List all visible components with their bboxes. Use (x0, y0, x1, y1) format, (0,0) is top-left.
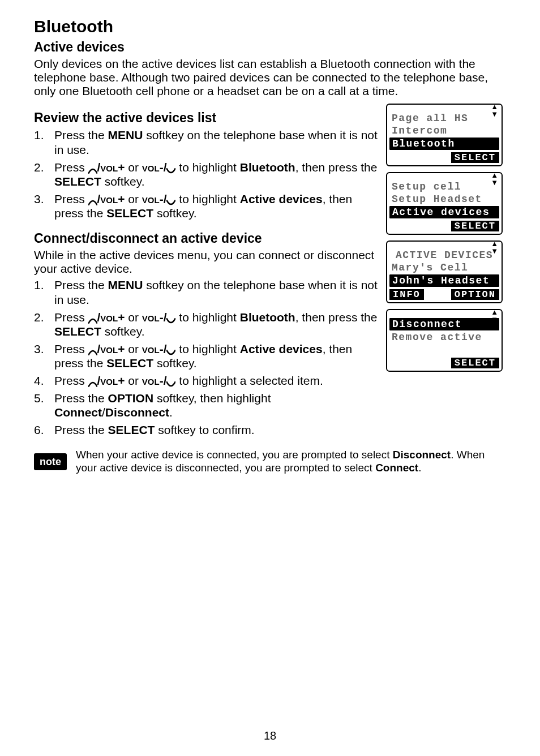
lcd-softkey-select: SELECT (451, 152, 499, 163)
text: Press (54, 311, 88, 324)
lcd-title: ACTIVE DEVICES (389, 250, 499, 261)
lcd-screen-4: ▲▼ Disconnect Remove active SELECT (386, 309, 503, 372)
disconnect-label: Disconnect (393, 449, 451, 461)
vol-up-label: /vol+ (97, 374, 125, 387)
text: or (125, 161, 142, 174)
option-label: OPTION (108, 392, 154, 405)
select-label: SELECT (106, 207, 153, 220)
select-label: SELECT (54, 325, 101, 338)
disconnect-label: Disconnect (105, 406, 169, 419)
arrow-down-icon (166, 162, 175, 174)
text: Press the (54, 278, 108, 291)
text: Press (54, 342, 88, 355)
text: , then press the (295, 161, 378, 174)
text: , then press the (295, 311, 378, 324)
lcd-line-selected: John's Headset (389, 274, 499, 287)
text: softkey. (101, 325, 145, 338)
text: to highlight (175, 192, 239, 205)
lcd-softkey-option: OPTION (451, 289, 499, 300)
lcd-screen-2: ▲▼ Setup cell Setup Headset Active devic… (386, 172, 503, 235)
arrow-up-icon (88, 376, 97, 388)
text: . (418, 462, 421, 474)
vol-up-label: /vol+ (97, 311, 125, 324)
text: softkey. (153, 207, 197, 220)
heading-connect: Connect/disconnect an active device (34, 231, 378, 246)
connect-steps-list: Press the MENU softkey on the telephone … (34, 278, 378, 437)
select-label: SELECT (106, 356, 153, 370)
vol-down-label: vol-/ (142, 161, 167, 174)
lcd-softkey-info: INFO (389, 289, 424, 300)
lcd-line: Setup Headset (389, 194, 499, 205)
text: to highlight (175, 161, 239, 174)
connect-intro: While in the active devices menu, you ca… (34, 248, 378, 276)
lcd-softkey-select: SELECT (451, 358, 499, 368)
text: softkey. (153, 356, 197, 370)
arrow-up-icon (88, 312, 97, 324)
text: softkey to confirm. (155, 423, 254, 436)
connect-step-4: Press /vol+ or vol-/ to highlight a sele… (34, 373, 378, 388)
review-step-2: Press /vol+ or vol-/ to highlight Blueto… (34, 160, 378, 189)
arrow-down-icon (166, 312, 175, 324)
vol-down-label: vol-/ (142, 374, 167, 387)
vol-up-label: /vol+ (97, 342, 125, 355)
text: to highlight a selected item. (175, 374, 323, 387)
text: or (125, 192, 142, 205)
vol-down-label: vol-/ (142, 342, 167, 355)
lcd-line: Intercom (389, 125, 499, 136)
text: to highlight (175, 342, 239, 355)
connect-step-6: Press the SELECT softkey to confirm. (34, 423, 378, 437)
vol-up-label: /vol+ (97, 192, 125, 205)
active-devices-label: Active devices (240, 342, 323, 355)
note-badge: note (34, 453, 67, 470)
lcd-line-selected: Disconnect (389, 318, 499, 330)
lcd-screen-1: ▲▼ Page all HS Intercom Bluetooth SELECT (386, 104, 503, 166)
menu-label: MENU (108, 278, 143, 291)
arrow-up-icon (88, 344, 97, 356)
text: Press the (54, 423, 108, 436)
vol-down-label: vol-/ (142, 311, 167, 324)
menu-label: MENU (108, 128, 143, 141)
review-step-1: Press the MENU softkey on the telephone … (34, 128, 378, 157)
connect-step-3: Press /vol+ or vol-/ to highlight Active… (34, 342, 378, 371)
subheading-active-devices: Active devices (34, 40, 506, 55)
review-steps-list: Press the MENU softkey on the telephone … (34, 128, 378, 221)
note-block: note When your active device is connecte… (34, 449, 506, 474)
lcd-line: Remove active (389, 332, 499, 343)
text: or (125, 374, 142, 387)
bluetooth-label: Bluetooth (240, 311, 295, 324)
connect-label: Connect (54, 406, 102, 419)
lcd-line: Mary's Cell (389, 262, 499, 273)
text: softkey. (101, 175, 145, 188)
text: Press the (54, 392, 108, 405)
scroll-indicator-icon: ▲▼ (491, 171, 498, 186)
text: When your active device is connected, yo… (76, 449, 393, 461)
lcd-line: Page all HS (389, 113, 499, 124)
arrow-up-icon (88, 194, 97, 206)
intro-paragraph: Only devices on the active devices list … (34, 57, 506, 98)
scroll-indicator-icon: ▲▼ (491, 240, 498, 255)
select-label: SELECT (108, 423, 155, 436)
arrow-down-icon (166, 376, 175, 388)
lcd-softkey-select: SELECT (451, 221, 499, 231)
active-devices-label: Active devices (240, 192, 323, 205)
connect-label: Connect (375, 462, 418, 474)
lcd-line-selected: Active devices (389, 206, 499, 218)
text: to highlight (175, 311, 239, 324)
connect-step-5: Press the OPTION softkey, then highlight… (34, 391, 378, 420)
scroll-indicator-icon: ▲▼ (491, 308, 498, 323)
text: Press the (54, 128, 108, 141)
arrow-down-icon (166, 194, 175, 206)
text: or (125, 311, 142, 324)
review-step-3: Press /vol+ or vol-/ to highlight Active… (34, 192, 378, 221)
text: Press (54, 192, 88, 205)
arrow-up-icon (88, 162, 97, 174)
scroll-indicator-icon: ▲▼ (491, 103, 498, 118)
text: Press (54, 374, 88, 387)
text: Press (54, 161, 88, 174)
select-label: SELECT (54, 175, 101, 188)
text: or (125, 342, 142, 355)
page-number: 18 (0, 729, 540, 742)
lcd-line-selected: Bluetooth (389, 138, 499, 150)
connect-step-2: Press /vol+ or vol-/ to highlight Blueto… (34, 310, 378, 339)
connect-step-1: Press the MENU softkey on the telephone … (34, 278, 378, 307)
